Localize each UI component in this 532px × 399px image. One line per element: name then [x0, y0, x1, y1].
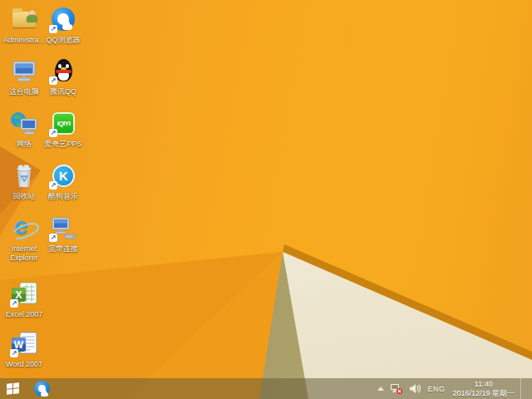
taskbar-qq-browser-button[interactable] — [30, 378, 53, 399]
icon-label: 宽带连接 — [39, 244, 87, 254]
desktop-icon-excel-2007[interactable]: X Excel 2007 — [0, 281, 48, 319]
word-icon: W — [10, 331, 38, 357]
icon-label: 腾讯QQ — [39, 87, 87, 96]
icon-label: 爱奇艺PPS — [39, 140, 87, 149]
desktop-icon-kugou-music[interactable]: K 酷狗音乐 — [39, 163, 87, 201]
icon-label: QQ浏览器 — [39, 36, 87, 45]
shortcut-arrow-icon — [10, 349, 18, 357]
desktop-icon-tencent-qq[interactable]: 腾讯QQ — [39, 58, 87, 96]
taskbar-clock[interactable]: 11:40 2016/12/19 星期一 — [451, 380, 515, 398]
tencent-qq-icon — [49, 58, 77, 85]
desktop-icon-iqiyi-pps[interactable]: iQIYI 爱奇艺PPS — [39, 111, 87, 149]
broadband-connection-icon — [49, 215, 77, 242]
desktop-screen: Administra... 这台电脑 网络 — [0, 0, 532, 399]
shortcut-arrow-icon — [49, 234, 57, 242]
taskbar: ENG 11:40 2016/12/19 星期一 — [0, 378, 532, 399]
shortcut-arrow-icon — [49, 25, 57, 33]
desktop-icon-qq-browser[interactable]: QQ浏览器 — [39, 7, 87, 45]
icon-label: 酷狗音乐 — [39, 192, 87, 201]
recycle-bin-icon — [10, 163, 38, 190]
show-desktop-button[interactable] — [520, 378, 525, 399]
shortcut-arrow-icon — [10, 299, 18, 308]
start-button[interactable] — [0, 378, 25, 399]
volume-icon[interactable] — [409, 383, 421, 394]
qq-browser-icon — [34, 381, 50, 397]
administrator-folder-icon — [10, 7, 38, 33]
shortcut-arrow-icon — [49, 129, 57, 137]
shortcut-arrow-icon — [49, 181, 57, 190]
this-pc-icon — [10, 58, 38, 85]
desktop-icon-word-2007[interactable]: W Word 2007 — [0, 331, 48, 369]
network-icon — [10, 111, 38, 137]
network-disconnected-icon[interactable] — [390, 383, 403, 395]
system-tray: ENG 11:40 2016/12/19 星期一 — [377, 378, 532, 399]
icon-label: Word 2007 — [0, 360, 48, 369]
windows-logo-icon — [7, 382, 19, 395]
shortcut-arrow-icon — [49, 76, 57, 85]
show-hidden-icons-chevron-icon[interactable] — [377, 387, 384, 391]
language-indicator[interactable]: ENG — [427, 385, 445, 393]
kugou-music-icon: K — [49, 163, 77, 190]
icon-label: Excel 2007 — [0, 310, 48, 319]
qq-browser-icon — [49, 7, 77, 33]
clock-date: 2016/12/19 星期一 — [452, 389, 515, 398]
iqiyi-pps-icon: iQIYI — [49, 111, 77, 137]
clock-time: 11:40 — [475, 380, 493, 389]
excel-icon: X — [10, 281, 38, 308]
desktop-icon-broadband-connection[interactable]: 宽带连接 — [39, 215, 87, 254]
internet-explorer-icon: e — [10, 215, 38, 242]
